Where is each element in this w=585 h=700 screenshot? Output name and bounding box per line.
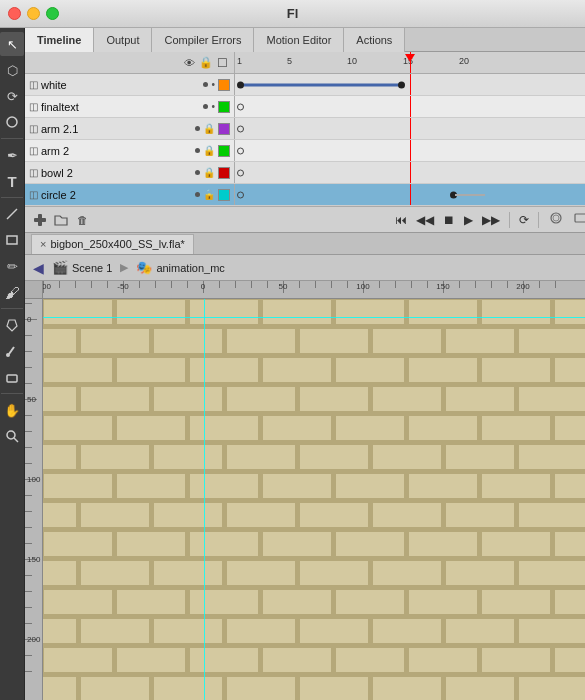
crosshair-vertical (204, 299, 205, 700)
symbol-item[interactable]: 🎭 animation_mc (136, 260, 224, 275)
row-playhead-arm2 (410, 140, 411, 161)
svg-rect-6 (7, 375, 17, 382)
doc-tab-bar: × bigbon_250x400_SS_lv.fla* (25, 233, 585, 255)
doc-tab-close-icon[interactable]: × (40, 238, 46, 250)
row-playhead-circle2 (410, 184, 411, 205)
add-folder-button[interactable] (52, 211, 70, 229)
layer-type-icon-6: ◫ (29, 189, 38, 200)
timeline-controls: 🗑 ⏮ ◀◀ ⏹ ▶ ▶▶ ⟳ (25, 206, 585, 232)
traffic-lights (8, 7, 59, 20)
free-transform-tool[interactable]: ⟳ (0, 84, 24, 108)
rewind-button[interactable]: ⏮ (392, 213, 410, 227)
scene-bar: ◀ 🎬 Scene 1 ▶ 🎭 animation_mc (25, 255, 585, 281)
scene-film-icon: 🎬 (52, 260, 68, 275)
symbol-icon: 🎭 (136, 260, 152, 275)
tab-motion-editor[interactable]: Motion Editor (254, 28, 344, 52)
tab-compiler-errors[interactable]: Compiler Errors (152, 28, 254, 52)
frames-circle2[interactable] (235, 184, 585, 205)
tween-white (239, 83, 399, 86)
onion-skin-button[interactable] (545, 210, 567, 229)
scene-item[interactable]: 🎬 Scene 1 (52, 260, 112, 275)
tool-divider-2 (1, 197, 23, 198)
layer-color-finaltext (218, 101, 230, 113)
frames-header: 1 5 10 15 20 (235, 52, 585, 73)
layer-dot-arm2 (195, 148, 200, 153)
frames-arm2[interactable] (235, 140, 585, 161)
stop-button[interactable]: ⏹ (440, 213, 458, 227)
layer-row-finaltext: ◫ finaltext • (25, 96, 585, 118)
frame-num-10: 10 (347, 56, 357, 66)
zoom-tool[interactable] (0, 424, 24, 448)
select-tool[interactable]: ↖ (0, 32, 24, 56)
delete-layer-button[interactable]: 🗑 (73, 211, 91, 229)
layer-name-circle2[interactable]: circle 2 (41, 189, 192, 201)
layer-lock-arm2[interactable]: 🔒 (203, 145, 215, 156)
layer-name-arm21[interactable]: arm 2.1 (41, 123, 192, 135)
line-tool[interactable] (0, 202, 24, 226)
lock-icon[interactable]: 🔒 (199, 56, 213, 69)
layer-lock-arm21[interactable]: 🔒 (203, 123, 215, 134)
h-ruler-row: -100-50050100150200 (25, 281, 585, 299)
scene-name[interactable]: Scene 1 (72, 262, 112, 274)
tab-timeline[interactable]: Timeline (25, 28, 94, 52)
layer-visible-white[interactable]: • (211, 79, 215, 90)
brush-tool[interactable]: 🖌 (0, 280, 24, 304)
svg-rect-13 (575, 214, 585, 222)
lasso-tool[interactable] (0, 110, 24, 134)
frames-bowl2[interactable] (235, 162, 585, 183)
doc-tab-fla[interactable]: × bigbon_250x400_SS_lv.fla* (31, 234, 194, 254)
layer-lock-bowl2[interactable]: 🔒 (203, 167, 215, 178)
layer-type-icon: ◫ (29, 79, 38, 90)
layer-name-bowl2[interactable]: bowl 2 (41, 167, 192, 179)
layer-visible-finaltext[interactable]: • (211, 101, 215, 112)
step-forward-button[interactable]: ▶▶ (479, 213, 503, 227)
frames-arm21[interactable] (235, 118, 585, 139)
add-layer-button[interactable] (31, 211, 49, 229)
scene-back-button[interactable]: ◀ (33, 260, 44, 276)
subselect-tool[interactable]: ⬡ (0, 58, 24, 82)
shape-tool[interactable] (0, 228, 24, 252)
maximize-button[interactable] (46, 7, 59, 20)
layer-info-bowl2: ◫ bowl 2 🔒 (25, 162, 235, 183)
edit-multiple-frames-button[interactable] (570, 210, 585, 229)
layer-dot-circle2 (195, 192, 200, 197)
svg-point-5 (6, 353, 10, 357)
ink-bucket-tool[interactable] (0, 313, 24, 337)
layer-lock-circle2[interactable]: 🔒 (203, 189, 215, 200)
tool-divider-4 (1, 393, 23, 394)
layer-name-arm2[interactable]: arm 2 (41, 145, 192, 157)
play-button[interactable]: ▶ (461, 213, 476, 227)
frame-num-1: 1 (237, 56, 242, 66)
canvas-viewport[interactable] (43, 299, 585, 700)
layer-name-white[interactable]: white (41, 79, 200, 91)
minimize-button[interactable] (27, 7, 40, 20)
eye-icon[interactable]: 👁 (184, 57, 195, 69)
row-playhead-finaltext (410, 96, 411, 117)
layer-name-finaltext[interactable]: finaltext (41, 101, 200, 113)
layer-info-white: ◫ white • (25, 74, 235, 95)
pencil-tool[interactable]: ✏ (0, 254, 24, 278)
tab-output[interactable]: Output (94, 28, 152, 52)
pen-tool[interactable]: ✒ (0, 143, 24, 167)
layer-row-circle2: ◫ circle 2 🔒 (25, 184, 585, 206)
row-playhead-bowl2 (410, 162, 411, 183)
close-button[interactable] (8, 7, 21, 20)
hand-tool[interactable]: ✋ (0, 398, 24, 422)
eyedropper-tool[interactable] (0, 339, 24, 363)
loop-button[interactable]: ⟳ (516, 213, 532, 227)
layer-row-arm21: ◫ arm 2.1 🔒 (25, 118, 585, 140)
eraser-tool[interactable] (0, 365, 24, 389)
symbol-name[interactable]: animation_mc (156, 262, 224, 274)
layer-color-arm21 (218, 123, 230, 135)
layer-color-white (218, 79, 230, 91)
text-tool[interactable]: T (0, 169, 24, 193)
outline-icon[interactable]: ☐ (217, 56, 228, 70)
layer-info-circle2: ◫ circle 2 🔒 (25, 184, 235, 205)
frames-finaltext[interactable] (235, 96, 585, 117)
layer-info-arm21: ◫ arm 2.1 🔒 (25, 118, 235, 139)
svg-rect-10 (38, 214, 42, 226)
step-back-button[interactable]: ◀◀ (413, 213, 437, 227)
frames-white[interactable] (235, 74, 585, 95)
main-container: ↖ ⬡ ⟳ ✒ T ✏ 🖌 ✋ (0, 28, 585, 700)
tab-actions[interactable]: Actions (344, 28, 405, 52)
